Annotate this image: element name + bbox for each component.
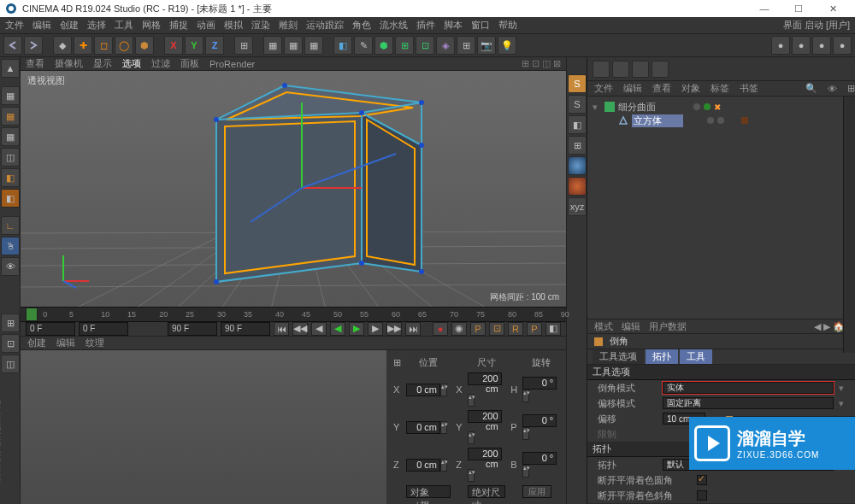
content-browser-3[interactable]: ◧ [568, 115, 587, 134]
phong-tag[interactable] [741, 117, 748, 124]
viewport-tab-panel[interactable]: 面板 [180, 57, 199, 70]
goto-start-button[interactable]: ⏮ [274, 322, 289, 336]
uv-poly-mode[interactable]: ◫ [1, 148, 20, 167]
content-browser-6[interactable] [568, 177, 587, 196]
menu-mesh[interactable]: 网格 [142, 19, 161, 32]
texture-mode[interactable]: ▦ [1, 107, 20, 126]
mat-tab-texture[interactable]: 纹理 [86, 337, 104, 349]
record-button[interactable]: ● [433, 322, 448, 336]
menu-animate[interactable]: 动画 [197, 19, 215, 32]
axis-z-toggle[interactable]: Z [205, 36, 224, 55]
goto-end-button[interactable]: ⏭ [405, 322, 421, 336]
viewport-tab-view[interactable]: 查看 [26, 57, 44, 70]
key-rot-button[interactable]: R [508, 322, 523, 336]
autokey-button[interactable]: ◉ [451, 322, 467, 336]
attr-tab-tool-options[interactable]: 工具选项 [593, 349, 644, 364]
maximize-button[interactable]: ☐ [781, 3, 816, 15]
frame-end-field[interactable]: 90 F [168, 322, 217, 336]
play-button[interactable]: ▶ [349, 322, 364, 336]
obj-name-cube[interactable]: 立方体 [632, 114, 683, 127]
content-browser-1[interactable]: S [568, 74, 587, 93]
obj-tab-edit[interactable]: 编辑 [623, 82, 642, 95]
model-mode[interactable]: ▦ [1, 86, 20, 105]
obj-tab-bookmarks[interactable]: 书签 [740, 82, 758, 95]
edge-mode[interactable]: ◧ [1, 189, 20, 208]
size-z-field[interactable]: 200 cm [468, 448, 502, 460]
expand-icon[interactable]: ▾ [593, 102, 601, 113]
coord-system[interactable]: ⊞ [234, 36, 253, 55]
array-button[interactable]: ⊡ [416, 36, 434, 55]
size-y-field[interactable]: 200 cm [468, 410, 502, 423]
coord-mode-select[interactable]: 对象（相对） [406, 485, 451, 498]
rot-b-field[interactable]: 0 ° [522, 452, 557, 465]
obj-row-subdiv[interactable]: ▾ 细分曲面 ✖ [593, 100, 850, 114]
quantize-toggle[interactable]: ◫ [1, 355, 20, 373]
menu-tools[interactable]: 工具 [115, 19, 133, 32]
mouse-mode[interactable]: 🖱 [1, 237, 20, 255]
break-bevel-checkbox[interactable] [697, 490, 707, 501]
menu-create[interactable]: 创建 [60, 19, 79, 32]
key-pla-button[interactable]: ◧ [545, 322, 561, 336]
rot-h-field[interactable]: 0 ° [522, 377, 557, 390]
pos-x-field[interactable]: 0 cm [406, 384, 440, 396]
mat-tab-create[interactable]: 创建 [27, 337, 46, 349]
obj-tool-2[interactable] [612, 61, 629, 78]
timeline-playhead[interactable] [26, 308, 38, 321]
attr-tab-tool[interactable]: 工具 [680, 349, 712, 364]
last-tool[interactable]: ⬢ [135, 36, 154, 55]
menu-help[interactable]: 帮助 [498, 19, 517, 32]
dropdown-icon[interactable]: ▾ [839, 398, 844, 409]
move-tool[interactable]: ✚ [74, 36, 92, 55]
undo-button[interactable] [3, 36, 22, 55]
axis-y-toggle[interactable]: Y [185, 36, 203, 55]
subdiv-button[interactable]: ⊞ [395, 36, 414, 55]
obj-tool-3[interactable] [632, 61, 649, 78]
axis-x-toggle[interactable]: X [164, 36, 183, 55]
light-button[interactable]: 💡 [498, 36, 516, 55]
obj-tab-tags[interactable]: 标签 [711, 82, 729, 95]
obj-tab-file[interactable]: 文件 [594, 82, 613, 95]
menu-snap[interactable]: 捕捉 [169, 19, 188, 32]
obj-tab-view[interactable]: 查看 [652, 82, 671, 95]
pos-z-field[interactable]: 0 cm [406, 459, 440, 472]
menu-pipeline[interactable]: 流水线 [380, 19, 408, 32]
object-tree[interactable]: ▾ 细分曲面 ✖ 立方体 [587, 97, 855, 319]
deformer-button[interactable]: ◈ [436, 36, 455, 55]
key-pos-button[interactable]: P [470, 322, 486, 336]
material-manager[interactable] [21, 350, 386, 504]
frame-max-field[interactable]: 90 F [221, 322, 270, 336]
axis-mode[interactable]: ∟ [1, 216, 20, 235]
material-4[interactable]: ● [833, 36, 852, 55]
generator-button[interactable]: ⬢ [374, 36, 393, 55]
rotate-tool[interactable]: ◯ [115, 36, 133, 55]
viewport-tab-options[interactable]: 选项 [122, 57, 141, 70]
render-dot[interactable] [717, 117, 724, 124]
menu-simulate[interactable]: 模拟 [224, 19, 243, 32]
primitive-spline[interactable]: ✎ [354, 36, 373, 55]
redo-button[interactable] [24, 36, 43, 55]
layer-dot[interactable] [693, 103, 700, 110]
key-scale-button[interactable]: ⊡ [489, 322, 504, 336]
viewport-nav-icons[interactable]: ⊞ ⊡ ◫ ⊠ [522, 58, 566, 69]
material-3[interactable]: ● [812, 36, 831, 55]
attr-tab-userdata[interactable]: 用户数据 [649, 320, 687, 333]
scale-mode-select[interactable]: 绝对尺寸 [468, 485, 506, 498]
menu-sculpt[interactable]: 雕刻 [279, 19, 298, 32]
frame-current-field[interactable]: 0 F [79, 322, 128, 336]
close-button[interactable]: ✕ [816, 3, 850, 15]
play-back-button[interactable]: ◀ [330, 322, 345, 336]
bevel-mode-field[interactable]: 实体 [663, 382, 834, 394]
frame-start-field[interactable]: 0 F [26, 322, 75, 336]
next-key-button[interactable]: ▶▶ [386, 322, 402, 336]
collapsed-panel[interactable] [843, 97, 855, 353]
viewport-tab-filter[interactable]: 过滤 [151, 57, 170, 70]
obj-tab-object[interactable]: 对象 [681, 82, 700, 95]
content-browser-2[interactable]: S [568, 95, 587, 114]
viewport-tab-prorender[interactable]: ProRender [209, 59, 255, 69]
material-2[interactable]: ● [792, 36, 811, 55]
menu-render[interactable]: 渲染 [251, 19, 270, 32]
viewport-tab-camera[interactable]: 摄像机 [55, 57, 83, 70]
point-mode[interactable]: ◧ [1, 168, 20, 187]
key-param-button[interactable]: P [527, 322, 542, 336]
disable-icon[interactable]: ✖ [714, 103, 724, 112]
